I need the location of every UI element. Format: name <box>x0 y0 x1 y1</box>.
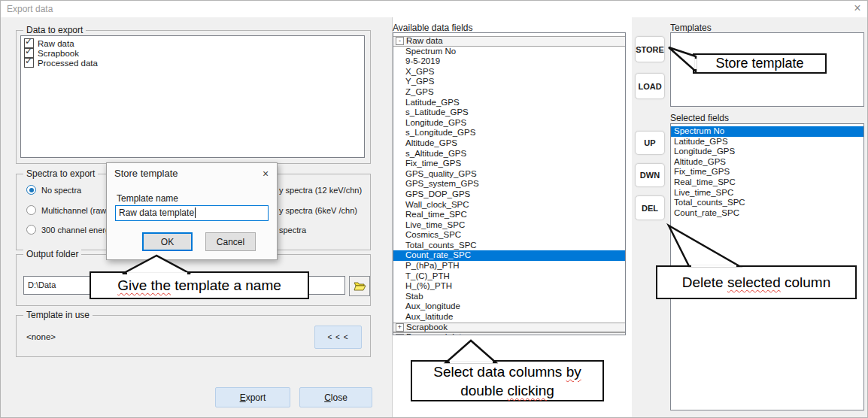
tree-row-label: Altitude_GPS <box>405 138 457 147</box>
tree-item-row[interactable]: GPS_DOP_GPS <box>393 189 625 200</box>
tree-row-label: Total_counts_SPC <box>405 241 477 250</box>
selected-field-row[interactable]: Real_time_SPC <box>671 177 863 188</box>
callout-text: Give the <box>117 277 171 293</box>
tree-item-row[interactable]: Cosmics_SPC <box>393 230 625 241</box>
open-folder-icon <box>354 281 366 291</box>
tree-item-row[interactable]: Count_rate_SPC <box>393 250 625 261</box>
radio-icon[interactable] <box>26 185 36 195</box>
callout-give-template-name: Give the template a name <box>90 271 309 299</box>
tree-row-label: GPS_system_GPS <box>405 179 479 188</box>
spectra-option-fragment: spectra <box>279 226 306 235</box>
expand-icon[interactable]: + <box>396 323 404 332</box>
collapse-icon[interactable]: - <box>396 37 404 45</box>
tree-item-row[interactable]: H_(%)_PTH <box>393 281 625 292</box>
tree-item-row[interactable]: Stab <box>393 292 625 302</box>
tree-row-label: s_Altitude_GPS <box>405 149 466 158</box>
tree-item-row[interactable]: Fix_time_GPS <box>393 159 625 169</box>
tree-item-row[interactable]: X_GPS <box>393 67 625 77</box>
selected-field-row[interactable]: Altitude_GPS <box>671 157 863 168</box>
tree-group-row[interactable]: +Scrapbook <box>393 323 625 333</box>
window-title: Export data <box>7 4 53 14</box>
template-name-input[interactable]: Raw data template <box>115 205 269 221</box>
tree-item-row[interactable]: Aux_latitude <box>393 312 625 323</box>
tree-item-row[interactable]: Total_counts_SPC <box>393 241 625 251</box>
tree-row-label: T_(C)_PTH <box>405 271 450 280</box>
available-fields-label: Available data fields <box>393 23 473 33</box>
recall-template-button[interactable]: < < < <box>314 326 362 349</box>
radio-label: No spectra <box>41 186 81 195</box>
selected-field-row[interactable]: Total_counts_SPC <box>671 198 863 208</box>
tree-item-row[interactable]: Z_GPS <box>393 87 625 98</box>
tree-item-row[interactable]: T_(C)_PTH <box>393 271 625 282</box>
callout-text: Delete <box>682 274 727 290</box>
tree-row-label: Real_time_SPC <box>405 210 467 219</box>
export-button[interactable]: Export <box>215 387 290 407</box>
selected-field-row[interactable]: Longitude_GPS <box>671 147 863 157</box>
tree-item-row[interactable]: P_(hPa)_PTH <box>393 261 625 271</box>
template-name-value: Raw data template <box>119 207 194 218</box>
store-template-button[interactable]: STORE <box>635 36 665 62</box>
spectra-option[interactable]: 300 channel energy <box>26 225 114 235</box>
tree-item-row[interactable]: Longitude_GPS <box>393 118 625 129</box>
tree-row-label: Count_rate_SPC <box>405 250 471 259</box>
expand-icon[interactable]: + <box>396 334 404 335</box>
tree-group-row[interactable]: +Processed data <box>393 332 625 335</box>
tree-item-row[interactable]: Real_time_SPC <box>393 210 625 220</box>
callout-store-template: Store template <box>693 53 827 74</box>
load-template-button[interactable]: LOAD <box>635 73 665 99</box>
selected-field-row[interactable]: Spectrum No <box>671 126 863 137</box>
tree-item-row[interactable]: Altitude_GPS <box>393 138 625 149</box>
tree-row-label: Latitude_GPS <box>405 98 460 107</box>
tree-item-row[interactable]: GPS_quality_GPS <box>393 169 625 180</box>
spectra-option-fragment: y spectra (6keV /chn) <box>279 206 357 215</box>
tree-row-label: H_(%)_PTH <box>405 281 452 290</box>
delete-field-button[interactable]: DEL <box>635 195 665 220</box>
tree-row-label: GPS_quality_GPS <box>405 169 477 178</box>
tree-item-row[interactable]: Latitude_GPS <box>393 98 625 108</box>
store-template-dialog: Store template × Template name Raw data … <box>106 162 278 260</box>
cancel-button[interactable]: Cancel <box>205 232 256 251</box>
tree-item-row[interactable]: Aux_longitude <box>393 301 625 312</box>
export-data-option[interactable]: ✓Raw data <box>24 38 364 48</box>
move-down-button[interactable]: DWN <box>635 163 665 187</box>
tree-item-row[interactable]: s_Altitude_GPS <box>393 149 625 159</box>
selected-field-row[interactable]: Count_rate_SPC <box>671 208 863 219</box>
title-bar <box>1 1 868 17</box>
dialog-close-icon[interactable]: × <box>257 166 274 181</box>
data-to-export-listbox[interactable]: ✓Raw data✓Scrapbook✓Processed data <box>20 35 365 158</box>
group-label-template-in-use: Template in use <box>23 310 93 320</box>
tree-item-row[interactable]: Live_time_SPC <box>393 220 625 231</box>
move-up-button[interactable]: UP <box>635 131 665 155</box>
tree-item-row[interactable]: Y_GPS <box>393 77 625 87</box>
callout-select-columns: Select data columns by double clicking <box>411 360 604 401</box>
radio-icon[interactable] <box>26 205 36 215</box>
spectra-option[interactable]: No spectra <box>26 185 81 195</box>
export-data-option[interactable]: ✓Processed data <box>24 58 364 68</box>
browse-folder-button[interactable] <box>349 276 370 296</box>
available-fields-tree[interactable]: -Raw dataSpectrum No9-5-2019X_GPSY_GPSZ_… <box>393 32 626 335</box>
selected-field-row[interactable]: Live_time_SPC <box>671 188 863 198</box>
tree-item-row[interactable]: s_Longitude_GPS <box>393 128 625 138</box>
export-data-option[interactable]: ✓Scrapbook <box>24 48 364 58</box>
tree-item-row[interactable]: s_Latitude_GPS <box>393 108 625 118</box>
selected-field-row[interactable]: Latitude_GPS <box>671 137 863 147</box>
checkbox-icon[interactable]: ✓ <box>24 58 34 68</box>
tree-item-row[interactable]: 9-5-2019 <box>393 56 625 67</box>
tree-row-label: Cosmics_SPC <box>405 230 461 239</box>
ok-button[interactable]: OK <box>142 232 193 251</box>
radio-icon[interactable] <box>26 225 36 235</box>
tree-row-label: Wall_clock_SPC <box>405 200 469 209</box>
template-name-label: Template name <box>117 193 178 204</box>
window-close-icon[interactable]: × <box>848 1 867 17</box>
tree-group-row[interactable]: -Raw data <box>393 36 625 47</box>
tree-row-label: 9-5-2019 <box>405 56 440 65</box>
tree-item-row[interactable]: Spectrum No <box>393 47 625 57</box>
selected-field-row[interactable]: Fix_time_GPS <box>671 167 863 177</box>
tree-row-label: Spectrum No <box>405 47 456 56</box>
group-label-data-to-export: Data to export <box>23 25 86 35</box>
callout-text: by <box>566 364 581 380</box>
radio-label: 300 channel energy <box>41 226 114 235</box>
tree-item-row[interactable]: Wall_clock_SPC <box>393 200 625 211</box>
close-button[interactable]: Close <box>299 387 372 407</box>
tree-item-row[interactable]: GPS_system_GPS <box>393 179 625 189</box>
